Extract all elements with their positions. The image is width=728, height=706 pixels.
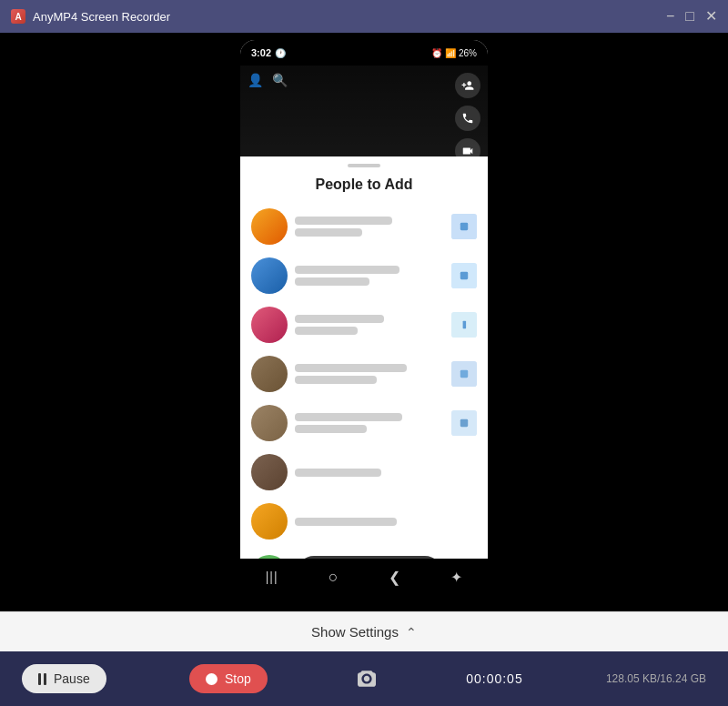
video-camera-icon (455, 138, 480, 164)
stop-icon (206, 673, 217, 685)
scroll-handle (348, 164, 380, 167)
storage-display: 128.05 KB/16.24 GB (606, 672, 706, 685)
avatar (251, 356, 288, 392)
home-icon[interactable]: ○ (329, 568, 339, 587)
add-friend-button[interactable] (451, 263, 477, 288)
back-icon[interactable]: ❮ (389, 569, 400, 586)
title-bar-controls: − □ ✕ (666, 9, 717, 24)
show-settings-label: Show Settings (311, 624, 399, 640)
phone-bottom-nav: ||| ○ ❮ ✦ (240, 559, 488, 595)
people-list (240, 202, 488, 546)
video-area: 3:02 🕐 ⏰ 📶 26% 👤 🔍 (0, 33, 728, 611)
add-friend-button[interactable] (451, 410, 477, 436)
wifi-icon: 📶 (445, 48, 456, 58)
chevron-up-icon: ⌃ (406, 625, 417, 640)
app-title: AnyMP4 Screen Recorder (33, 10, 170, 24)
title-bar: A AnyMP4 Screen Recorder − □ ✕ (0, 0, 728, 33)
camera-button[interactable] (350, 662, 383, 695)
add-person-icon (455, 73, 480, 98)
search-icon: 🔍 (272, 73, 288, 87)
person-sub (295, 327, 358, 335)
svg-rect-7 (460, 370, 468, 378)
person-row (251, 448, 477, 497)
stop-label: Stop (225, 671, 251, 686)
pause-label: Pause (54, 671, 90, 686)
bottom-sheet: People to Add (240, 156, 488, 559)
maximize-button[interactable]: □ (685, 9, 694, 24)
add-friends-row: + Add 5 Friends (240, 546, 488, 559)
svg-rect-5 (463, 321, 466, 328)
person-row (251, 349, 477, 398)
svg-rect-1 (460, 223, 468, 230)
show-settings-bar[interactable]: Show Settings ⌃ (0, 611, 728, 651)
add-friend-button[interactable] (451, 361, 477, 387)
menu-icon[interactable]: ||| (266, 570, 278, 584)
svg-rect-9 (460, 419, 468, 427)
pause-icon (38, 673, 46, 685)
avatar (251, 454, 288, 490)
title-bar-left: A AnyMP4 Screen Recorder (11, 9, 170, 24)
video-preview: 👤 🔍 (240, 66, 488, 156)
pause-button[interactable]: Pause (22, 664, 106, 693)
phone-status-bar: 3:02 🕐 ⏰ 📶 26% (240, 40, 488, 66)
phone-frame: 3:02 🕐 ⏰ 📶 26% 👤 🔍 (240, 40, 488, 595)
person-row (251, 202, 477, 251)
add-friend-button[interactable] (451, 214, 477, 239)
svg-rect-3 (460, 272, 468, 279)
sheet-title: People to Add (240, 171, 488, 202)
person-row (251, 300, 477, 349)
person-name (295, 518, 397, 526)
avatar (251, 307, 288, 343)
person-sub (295, 277, 369, 286)
person-sub (295, 376, 377, 384)
person-row (251, 497, 477, 546)
person-sub (295, 228, 362, 237)
person-name (295, 469, 381, 477)
minimize-button[interactable]: − (666, 9, 674, 24)
stop-button[interactable]: Stop (189, 664, 268, 693)
alarm-icon: ⏰ (431, 48, 442, 58)
person-name (295, 364, 407, 372)
main-area: 3:02 🕐 ⏰ 📶 26% 👤 🔍 (0, 33, 728, 706)
avatar (251, 208, 288, 245)
battery-level: 26% (459, 48, 477, 58)
activity-icon[interactable]: ✦ (450, 569, 462, 586)
phone-icon (455, 106, 480, 131)
avatar (251, 257, 288, 294)
profile-icon: 👤 (248, 73, 263, 87)
clock-icon: 🕐 (275, 48, 286, 58)
close-button[interactable]: ✕ (705, 9, 717, 24)
timer: 00:00:05 (466, 671, 523, 686)
person-row (251, 251, 477, 300)
add-friend-button[interactable] (451, 312, 477, 338)
person-name (295, 315, 384, 323)
person-name (295, 217, 392, 225)
person-name (295, 266, 399, 274)
person-sub (295, 425, 367, 433)
avatar (251, 503, 288, 540)
avatar (251, 405, 288, 441)
app-icon: A (11, 9, 25, 24)
person-name (295, 413, 402, 421)
person-row (251, 398, 477, 448)
bottom-controls: Pause Stop 00:00:05 128.05 KB/16.24 GB (0, 651, 728, 706)
phone-time: 3:02 (251, 47, 271, 58)
